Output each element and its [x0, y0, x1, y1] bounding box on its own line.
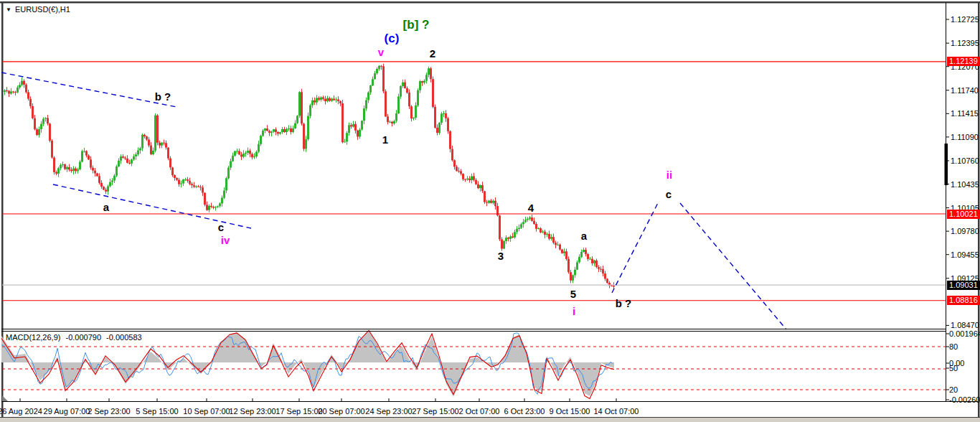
time-axis-label: 10 Sep 07:00	[183, 407, 230, 416]
candlestick-series[interactable]	[4, 64, 615, 289]
wave-label[interactable]: v	[378, 46, 384, 58]
wave-label[interactable]: (c)	[385, 32, 400, 46]
window-bottom-frame	[0, 418, 980, 422]
time-axis-label: 6 Oct 23:00	[504, 407, 545, 416]
time-axis-label: 12 Sep 23:00	[229, 407, 275, 416]
macd-value-signal: -0.000583	[106, 333, 142, 342]
time-axis-label: 27 Sep 15:00	[412, 407, 458, 416]
wave-label[interactable]: a	[581, 230, 587, 242]
wave-label[interactable]: iv	[221, 234, 230, 246]
wave-label[interactable]: 1	[382, 133, 388, 146]
price-axis-label: 1.11740	[951, 86, 979, 95]
current-price-tag: 1.09031	[947, 281, 980, 290]
trendline[interactable]	[1, 72, 176, 107]
time-axis-label: 20 Sep 07:00	[318, 407, 364, 416]
price-axis-label: 1.12395	[951, 39, 979, 47]
time-axis-label: 24 Sep 23:00	[365, 407, 412, 416]
price-axis-label: 1.09780	[951, 227, 979, 235]
wave-label[interactable]: 3	[498, 250, 504, 262]
time-axis-label: 17 Sep 15:00	[275, 407, 322, 416]
wave-label[interactable]: 2	[430, 47, 435, 60]
wave-label[interactable]: 5	[570, 288, 576, 300]
wave-label[interactable]: [b] ?	[403, 18, 430, 32]
price-axis-label: 1.10760	[951, 156, 979, 165]
time-axis-label: 29 Aug 07:00	[44, 407, 90, 416]
frame-top	[0, 1, 980, 4]
wave-label[interactable]: b ?	[616, 297, 632, 309]
time-axis-label: 14 Oct 07:00	[594, 407, 639, 416]
price-axis-label: 1.12725	[951, 15, 979, 24]
price-tag: 1.08816	[947, 296, 980, 305]
trendline[interactable]	[612, 202, 659, 293]
trading-chart-window: ▼ EURUSD(€),H1 MACD(12,26,9) -0.000790 -…	[0, 0, 980, 422]
wave-label[interactable]: 4	[528, 202, 534, 214]
trendline[interactable]	[680, 203, 786, 329]
indicator-axis-label: 50	[949, 364, 958, 372]
time-axis-label: 9 Oct 15:00	[550, 407, 590, 416]
wave-label[interactable]: c	[218, 221, 224, 233]
symbol-label: ▼ EURUSD(€),H1	[6, 5, 70, 14]
wave-label[interactable]: ii	[666, 169, 672, 181]
time-axis-label: 26 Aug 2024	[0, 407, 42, 416]
price-axis-label: 1.10435	[951, 180, 979, 189]
indicator-axis-label: 20	[949, 385, 958, 394]
indicator-axis-label: -0.002607	[949, 395, 980, 404]
chevron-down-icon[interactable]: ▼	[6, 6, 11, 13]
wave-label[interactable]: i	[573, 305, 575, 317]
wave-label[interactable]: a	[103, 201, 109, 213]
wave-label[interactable]: b ?	[155, 90, 171, 103]
indicator-axis-label: 80	[949, 342, 958, 351]
wave-label[interactable]: c	[666, 188, 672, 200]
symbol-text: EURUSD(€),H1	[15, 5, 70, 14]
macd-name: MACD(12,26,9)	[6, 333, 60, 342]
chart-canvas[interactable]	[0, 0, 980, 422]
price-tag: 1.10021	[947, 210, 980, 219]
macd-value-main: -0.000790	[65, 333, 101, 342]
price-tag: 1.12139	[947, 57, 980, 66]
price-axis-label: 1.11415	[951, 109, 979, 118]
price-scale-range-bar	[945, 144, 948, 185]
macd-indicator-label: MACD(12,26,9) -0.000790 -0.000583	[6, 333, 145, 342]
price-axis-label: 1.08470	[951, 321, 979, 329]
price-axis-label: 1.09455	[951, 250, 979, 259]
time-axis-label: 2 Oct 07:00	[459, 407, 500, 416]
time-axis-label: 5 Sep 15:00	[136, 407, 178, 416]
axis-grip-icon[interactable]	[2, 395, 8, 401]
indicator-axis-label: 0.001964	[949, 329, 980, 338]
time-axis-label: 2 Sep 23:00	[88, 407, 130, 416]
price-axis-label: 1.11090	[951, 133, 979, 141]
